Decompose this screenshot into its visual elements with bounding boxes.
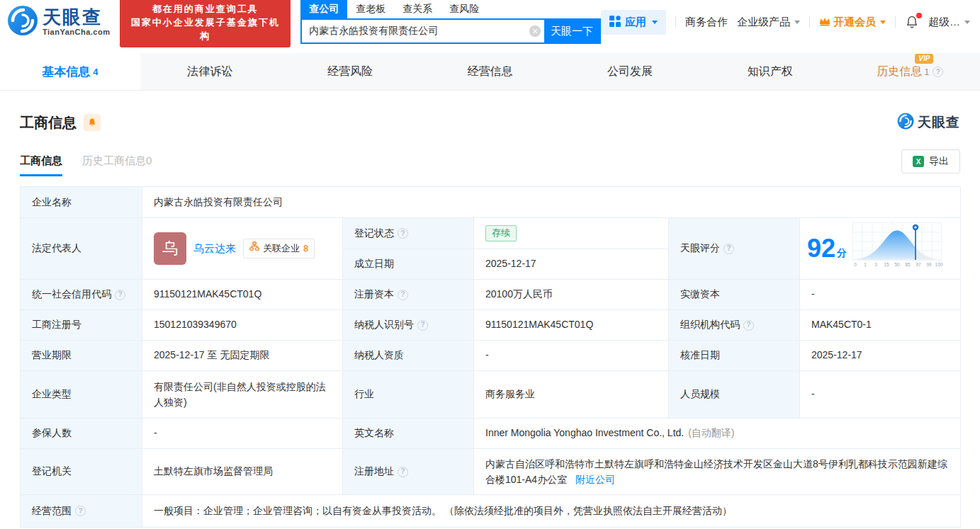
reg-capital-value: 20100万人民币 (474, 280, 669, 310)
help-icon[interactable]: ? (723, 244, 734, 254)
main-content: 工商信息 天眼查 工商信息 历史工商信息0 X 导出 (0, 113, 980, 528)
menu-super-vip[interactable]: 超级… (928, 16, 970, 29)
tab-company-development[interactable]: 公司发展 (560, 53, 700, 90)
field-label: 企业类型 (21, 371, 142, 419)
tianyancha-logo-icon (897, 113, 914, 132)
chevron-down-icon (794, 21, 800, 24)
tianyancha-logo[interactable]: 天眼查 TianYanCha.com (7, 5, 110, 39)
business-info-table: 企业名称 内蒙古永皓投资有限责任公司 法定代表人 乌 乌云达来 关联企业 8 (20, 186, 960, 528)
company-section-nav: 基本信息4 法律诉讼 经营风险 经营信息 公司发展 知识产权 历史信息 VIP … (0, 53, 980, 91)
field-label: 法定代表人 (21, 218, 142, 280)
reg-authority-value: 土默特左旗市场监督管理局 (142, 449, 343, 495)
field-label: 经营范围? (21, 495, 142, 528)
menu-open-vip[interactable]: 开通会员 (819, 16, 886, 29)
score-value: 92 (807, 236, 835, 261)
field-label: 实缴资本 (669, 280, 800, 310)
field-label: 工商注册号 (21, 310, 142, 341)
business-scope-value: 一般项目：企业管理；企业管理咨询；以自有资金从事投资活动。 （除依法须经批准的项… (142, 495, 961, 528)
notification-bell-icon[interactable] (905, 15, 919, 29)
vip-badge: VIP (915, 54, 933, 64)
svg-text:97: 97 (916, 262, 921, 267)
english-name-value: Inner Mongolia Yonghao Investment Co., L… (474, 419, 961, 449)
tab-intellectual-property[interactable]: 知识产权 (700, 53, 840, 90)
menu-enterprise[interactable]: 企业级产品 (737, 16, 800, 29)
field-label: 营业期限 (21, 341, 142, 371)
related-companies-badge[interactable]: 关联企业 8 (243, 239, 315, 258)
help-icon[interactable]: ? (933, 67, 943, 77)
search-tab-company[interactable]: 查公司 (300, 0, 347, 18)
top-menu: 应用 商务合作 企业级产品 开通会员 (601, 10, 970, 35)
search-tab-risk[interactable]: 查风险 (441, 0, 488, 18)
search-clear-icon[interactable]: ✕ (526, 20, 544, 42)
svg-text:100: 100 (935, 262, 943, 267)
page-title: 工商信息 (20, 113, 77, 132)
reg-number-value: 150121039349670 (142, 310, 343, 341)
export-button[interactable]: X 导出 (901, 149, 960, 174)
watermark-logo: 天眼查 (897, 113, 960, 132)
search-tabs: 查公司 查老板 查关系 查风险 (300, 0, 601, 18)
help-icon[interactable]: ? (398, 467, 408, 477)
logo-text-en: TianYanCha.com (43, 28, 110, 36)
tab-basic-info[interactable]: 基本信息4 (0, 53, 140, 90)
nearby-companies-link[interactable]: 附近公司 (575, 474, 615, 485)
subtab-history-business-info[interactable]: 历史工商信息0 (82, 154, 152, 176)
search-input[interactable] (302, 20, 526, 42)
industry-value: 商务服务业 (474, 371, 669, 419)
app-grid-icon (609, 16, 621, 29)
search-tab-relation[interactable]: 查关系 (394, 0, 441, 18)
menu-cooperation[interactable]: 商务合作 (685, 16, 728, 29)
svg-text:50: 50 (894, 262, 900, 267)
top-header: 天眼查 TianYanCha.com 都在用的商业查询工具 国家中小企业发展子基… (0, 0, 980, 44)
insured-count-value: - (142, 419, 343, 449)
notification-dot (916, 13, 922, 18)
field-label: 人员规模 (669, 371, 800, 419)
legal-rep-link[interactable]: 乌云达来 (193, 240, 236, 256)
subtab-business-info[interactable]: 工商信息 (20, 154, 62, 176)
reg-address-value: 内蒙古自治区呼和浩特市土默特左旗呼和浩特金山经济技术开发区金山大道8号伊利乳都科… (474, 449, 961, 495)
search-button[interactable]: 天眼一下 (544, 20, 599, 42)
tab-operation-risk[interactable]: 经营风险 (280, 53, 420, 90)
field-label: 纳税人识别号? (343, 310, 474, 341)
tab-count: 4 (93, 67, 98, 77)
svg-text:3: 3 (874, 262, 877, 267)
field-label: 英文名称 (343, 419, 474, 449)
section-header: 工商信息 天眼查 (20, 113, 960, 132)
tab-count: 1 (924, 67, 929, 77)
score-cell[interactable]: 92 分 (800, 218, 961, 280)
help-icon[interactable]: ? (417, 320, 428, 331)
field-label: 登记机关 (21, 449, 142, 495)
help-icon[interactable]: ? (398, 228, 408, 239)
auto-translate-note: (自动翻译) (688, 426, 734, 441)
business-term-value: 2025-12-17 至 无固定期限 (142, 341, 343, 371)
tab-legal-proceedings[interactable]: 法律诉讼 (140, 53, 281, 90)
help-icon[interactable]: ? (398, 290, 408, 300)
field-label: 行业 (343, 371, 474, 419)
tab-history-info[interactable]: 历史信息 VIP 1 ? (840, 53, 980, 90)
company-name-value: 内蒙古永皓投资有限责任公司 (142, 187, 961, 218)
taxpayer-quality-value: - (474, 341, 669, 371)
crown-icon (819, 16, 830, 28)
org-code-value: MAK45CT0-1 (800, 310, 961, 341)
svg-text:1: 1 (864, 262, 867, 267)
logo-text-cn: 天眼查 (43, 8, 110, 26)
help-icon[interactable]: ? (75, 506, 86, 516)
field-label: 组织机构代码? (669, 310, 800, 341)
search-tab-boss[interactable]: 查老板 (347, 0, 394, 18)
company-type-value: 有限责任公司(非自然人投资或控股的法人独资) (142, 371, 343, 419)
search-area: 查公司 查老板 查关系 查风险 ✕ 天眼一下 (300, 0, 601, 44)
field-label: 成立日期 (343, 249, 474, 280)
status-badge: 存续 (485, 225, 517, 241)
field-label: 注册资本? (343, 280, 474, 310)
field-label: 天眼评分? (669, 218, 800, 280)
subscribe-bell-icon[interactable] (84, 114, 101, 131)
tab-operation-info[interactable]: 经营信息 (420, 53, 561, 90)
apps-dropdown[interactable]: 应用 (601, 10, 666, 35)
field-label: 注册地址? (343, 449, 474, 495)
field-label: 登记状态? (343, 218, 474, 249)
help-icon[interactable]: ? (115, 290, 125, 300)
help-icon[interactable]: ? (743, 320, 754, 331)
field-label: 统一社会信用代码? (21, 280, 142, 310)
paid-capital-value: - (800, 280, 961, 310)
taxpayer-id-value: 91150121MAK45CT01Q (474, 310, 669, 341)
avatar[interactable]: 乌 (154, 232, 186, 265)
